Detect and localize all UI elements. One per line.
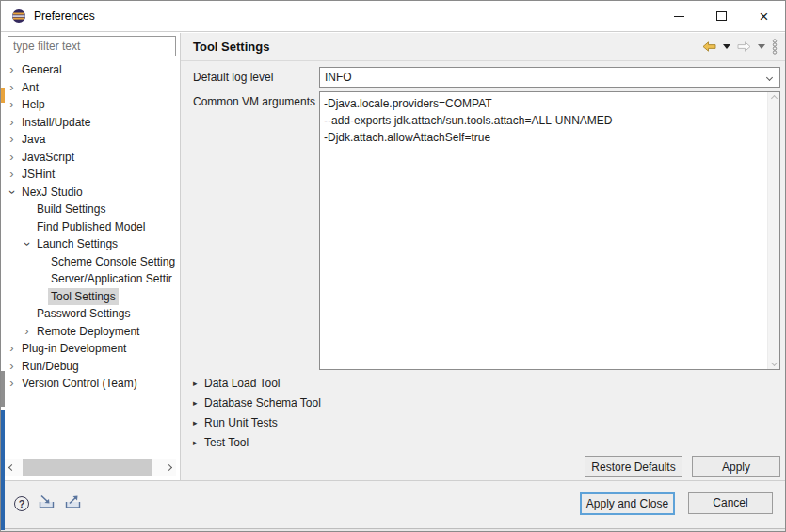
minimize-icon [674,16,684,17]
section-database-schema-tool[interactable]: ▸Database Schema Tool [193,393,780,412]
chevron-collapsed-icon[interactable]: › [5,149,19,167]
tree-item-nexj-studio[interactable]: ›NexJ Studio [1,184,179,202]
scroll-left-button[interactable] [4,459,19,476]
vm-args-scrollbar[interactable] [767,92,779,369]
tree-item-general[interactable]: ›General [1,61,179,79]
page-title: Tool Settings [193,40,269,54]
tree-item-help[interactable]: ›Help [1,96,179,114]
tree-item-label: Run/Debug [19,358,82,376]
chevron-collapsed-icon[interactable]: › [5,61,19,79]
tree-item-tool-settings[interactable]: Tool Settings [1,288,179,306]
tree-item-build-settings[interactable]: ›Build Settings [1,201,179,218]
scroll-right-button[interactable] [161,459,176,476]
tree-item-label: Build Settings [34,201,108,218]
footer-buttons: Apply and Close Cancel [580,492,773,515]
chevron-collapsed-icon[interactable]: › [5,358,19,376]
tree-item-label: JavaScript [19,149,77,167]
forward-button[interactable] [737,41,751,52]
chevron-collapsed-icon[interactable]: › [5,166,19,184]
tree-item-install-update[interactable]: ›Install/Update [1,114,179,132]
dropdown-triangle-icon [758,44,765,49]
chevron-collapsed-icon[interactable]: › [5,375,19,393]
chevron-collapsed-icon[interactable]: › [20,323,34,341]
chevron-down-icon [766,74,773,81]
chevron-collapsed-icon[interactable]: › [5,114,19,132]
back-button[interactable] [702,41,716,52]
chevron-collapsed-icon[interactable]: › [5,96,19,114]
section-run-unit-tests[interactable]: ▸Run Unit Tests [193,412,780,432]
tree-item-label: Remote Deployment [34,323,142,341]
dialog-footer: ? Apply and Close Cancel [1,480,785,531]
chevron-collapsed-icon[interactable]: › [5,131,19,149]
tree-item-plug-in-development[interactable]: ›Plug-in Development [1,340,179,358]
tree-item-ant[interactable]: ›Ant [1,79,179,97]
overflow-dots-icon [772,39,778,55]
filter-input[interactable] [8,36,176,56]
scrollbar-track[interactable] [19,459,161,476]
triangle-collapsed-icon: ▸ [193,379,204,388]
cancel-button[interactable]: Cancel [688,492,773,514]
close-button[interactable]: × [743,1,785,31]
help-button[interactable]: ? [14,496,29,511]
tree-item-label: Ant [19,79,41,97]
tree-item-label: General [19,61,65,79]
tree-item-label: Install/Update [19,114,93,132]
vm-args-row: Common VM arguments -Djava.locale.provid… [193,91,780,370]
tree-item-jshint[interactable]: ›JSHint [1,166,179,184]
tree-item-label: NexJ Studio [19,184,86,202]
section-test-tool[interactable]: ▸Test Tool [193,432,780,452]
tree-item-server-application-settir[interactable]: Server/Application Settir [1,270,179,288]
tree-item-label: Scheme Console Setting [48,253,178,271]
help-icon: ? [19,498,25,509]
background-ruler-mark-gray [1,371,5,407]
export-icon [64,494,82,509]
chevron-expanded-icon[interactable]: › [3,185,21,199]
dropdown-triangle-icon [723,44,730,49]
back-history-button[interactable] [723,44,730,49]
section-data-load-tool[interactable]: ▸Data Load Tool [193,373,780,393]
preferences-dialog: Preferences × ›General›Ant›Help›Install/… [0,0,786,532]
tree-item-launch-settings[interactable]: ›Launch Settings [1,235,179,253]
tree-item-scheme-console-setting[interactable]: Scheme Console Setting [1,253,179,271]
chevron-collapsed-icon[interactable]: › [5,79,19,97]
apply-and-close-button[interactable]: Apply and Close [580,492,675,515]
restore-defaults-button[interactable]: Restore Defaults [585,456,682,477]
tree-item-password-settings[interactable]: ›Password Settings [1,305,179,323]
maximize-button[interactable] [700,1,743,31]
tree-horizontal-scrollbar[interactable] [4,459,176,476]
tree-item-java[interactable]: ›Java [1,131,179,149]
tree-item-label: Java [19,131,48,149]
tree-item-label: Plug-in Development [19,340,129,358]
tree-item-remote-deployment[interactable]: ›Remote Deployment [1,323,179,341]
background-ruler-mark-blue [1,410,5,530]
footer-icons: ? [14,494,82,512]
vm-args-input[interactable]: -Djava.locale.providers=COMPAT --add-exp… [320,92,767,369]
triangle-collapsed-icon: ▸ [193,438,204,447]
scrollbar-thumb[interactable] [23,459,152,476]
maximize-icon [716,11,727,21]
export-preferences-button[interactable] [64,494,82,512]
scroll-down-icon [770,360,777,366]
section-label: Data Load Tool [204,377,281,390]
collapsible-sections: ▸Data Load Tool▸Database Schema Tool▸Run… [193,373,780,452]
eclipse-icon [11,8,26,24]
tree-item-version-control-team[interactable]: ›Version Control (Team) [1,375,179,393]
sidebar: ›General›Ant›Help›Install/Update›Java›Ja… [1,33,180,480]
tree-item-run-debug[interactable]: ›Run/Debug [1,358,179,376]
log-level-select[interactable]: INFO [319,67,780,88]
tree-item-find-published-model[interactable]: ›Find Published Model [1,218,179,236]
apply-button[interactable]: Apply [692,456,780,477]
chevron-collapsed-icon[interactable]: › [5,340,19,358]
page-content: Default log level INFO Common VM argumen… [181,61,785,480]
tree-item-label: Tool Settings [48,288,119,306]
minimize-button[interactable] [658,1,700,31]
tree-item-javascript[interactable]: ›JavaScript [1,149,179,167]
view-menu-button[interactable] [772,39,778,55]
background-window-edge [1,528,785,531]
title-bar: Preferences × [1,1,785,32]
import-preferences-button[interactable] [38,494,56,512]
tree-item-label: JSHint [19,166,57,184]
forward-history-button[interactable] [758,44,765,49]
chevron-expanded-icon[interactable]: › [18,237,36,251]
panel-buttons: Restore Defaults Apply [193,456,780,477]
